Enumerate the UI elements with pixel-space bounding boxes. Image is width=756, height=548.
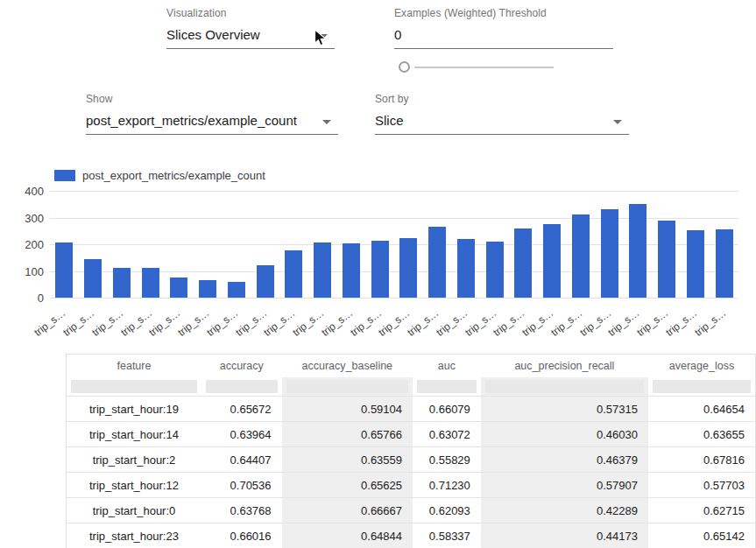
metric-cell: 0.63655 bbox=[648, 422, 756, 447]
bar[interactable] bbox=[55, 242, 73, 298]
bar[interactable] bbox=[84, 259, 102, 298]
y-axis: 0100200300400 bbox=[7, 191, 44, 298]
y-axis-tick-label: 100 bbox=[25, 264, 44, 278]
bar[interactable] bbox=[601, 209, 618, 298]
metric-cell: 0.62715 bbox=[648, 498, 756, 523]
metric-cell: 0.66016 bbox=[201, 523, 282, 548]
bar[interactable] bbox=[257, 265, 274, 298]
bar[interactable] bbox=[113, 268, 131, 298]
filter-input-auc[interactable] bbox=[417, 380, 477, 393]
bar[interactable] bbox=[399, 238, 417, 298]
bar[interactable] bbox=[629, 204, 646, 298]
metric-cell: 0.66079 bbox=[413, 397, 481, 422]
metric-cell: 0.65672 bbox=[201, 397, 282, 422]
table-row[interactable]: trip_start_hour:190.656720.591040.660790… bbox=[67, 397, 756, 422]
metric-cell: 0.64654 bbox=[648, 397, 756, 422]
filter-input-accuracy[interactable] bbox=[206, 380, 278, 393]
table-row[interactable]: trip_start_hour:230.660160.648440.583370… bbox=[67, 523, 756, 548]
bar[interactable] bbox=[457, 239, 475, 298]
bar[interactable] bbox=[514, 228, 532, 298]
y-axis-tick-label: 200 bbox=[25, 238, 44, 251]
slider-track[interactable] bbox=[414, 67, 554, 68]
feature-cell: trip_start_hour:14 bbox=[67, 422, 201, 447]
column-header-accuracy[interactable]: accuracy bbox=[201, 355, 282, 377]
table-row[interactable]: trip_start_hour:120.705360.656250.712300… bbox=[67, 473, 756, 498]
chart-legend: post_export_metrics/example_count bbox=[54, 169, 265, 182]
bar[interactable] bbox=[170, 278, 187, 298]
metric-cell: 0.63768 bbox=[201, 498, 282, 523]
metric-cell: 0.64844 bbox=[282, 523, 413, 548]
bar[interactable] bbox=[687, 230, 704, 298]
gridline bbox=[50, 298, 738, 299]
bar[interactable] bbox=[343, 243, 360, 298]
column-header-auc_precision_recall[interactable]: auc_precision_recall bbox=[481, 355, 648, 377]
threshold-slider[interactable] bbox=[399, 60, 555, 74]
bar[interactable] bbox=[572, 214, 590, 298]
filter-input-auc_precision_recall[interactable] bbox=[485, 380, 644, 393]
filter-input-accuracy_baseline[interactable] bbox=[286, 380, 408, 393]
table-row[interactable]: trip_start_hour:140.639640.657660.630720… bbox=[67, 422, 756, 447]
filter-cell bbox=[201, 377, 282, 397]
filter-cell bbox=[481, 377, 648, 397]
chevron-down-icon[interactable] bbox=[319, 34, 328, 39]
visualization-control: Visualization Slices Overview bbox=[166, 7, 335, 49]
visualization-label: Visualization bbox=[166, 7, 335, 19]
legend-label: post_export_metrics/example_count bbox=[82, 169, 265, 182]
example-count-bar-chart: 0100200300400 trip_s…trip_s…trip_s…trip_… bbox=[0, 184, 756, 354]
metrics-table: featureaccuracyaccuracy_baselineaucauc_p… bbox=[66, 354, 756, 548]
threshold-control: Examples (Weighted) Threshold 0 bbox=[394, 7, 613, 49]
metric-cell: 0.66667 bbox=[282, 498, 413, 523]
y-axis-tick-label: 0 bbox=[38, 292, 44, 305]
metric-cell: 0.57315 bbox=[481, 397, 648, 422]
bar[interactable] bbox=[285, 250, 302, 298]
metric-cell: 0.65766 bbox=[282, 422, 413, 447]
show-dropdown[interactable]: post_export_metrics/example_count bbox=[86, 113, 338, 135]
sort-by-label: Sort by bbox=[375, 93, 629, 105]
bar[interactable] bbox=[314, 242, 331, 298]
y-axis-tick-label: 300 bbox=[25, 211, 44, 224]
feature-cell: trip_start_hour:2 bbox=[67, 447, 201, 473]
bar[interactable] bbox=[543, 224, 561, 298]
table-filter-row bbox=[67, 377, 756, 397]
bar[interactable] bbox=[658, 221, 675, 298]
column-header-auc[interactable]: auc bbox=[413, 355, 481, 377]
bar[interactable] bbox=[142, 268, 159, 298]
feature-cell: trip_start_hour:0 bbox=[67, 498, 201, 523]
bar[interactable] bbox=[371, 241, 389, 298]
filter-input-feature[interactable] bbox=[71, 380, 197, 393]
bar[interactable] bbox=[428, 227, 446, 298]
bar[interactable] bbox=[486, 242, 504, 298]
metric-cell: 0.44173 bbox=[481, 523, 648, 548]
filter-cell bbox=[67, 377, 201, 397]
table-row[interactable]: trip_start_hour:20.644070.635590.558290.… bbox=[67, 447, 756, 473]
column-header-feature[interactable]: feature bbox=[67, 355, 201, 377]
metric-cell: 0.57703 bbox=[648, 473, 756, 498]
threshold-input[interactable]: 0 bbox=[394, 27, 613, 49]
filter-cell bbox=[282, 377, 413, 397]
bar[interactable] bbox=[199, 280, 216, 298]
metric-cell: 0.46030 bbox=[481, 422, 648, 447]
slicing-metrics-browser: Visualization Slices Overview Examples (… bbox=[0, 0, 756, 548]
show-value: post_export_metrics/example_count bbox=[86, 113, 297, 128]
metric-cell: 0.63072 bbox=[413, 422, 481, 447]
table-row[interactable]: trip_start_hour:00.637680.666670.620930.… bbox=[67, 498, 756, 523]
bar[interactable] bbox=[228, 282, 245, 298]
filter-input-average_loss[interactable] bbox=[653, 380, 751, 393]
metric-cell: 0.65625 bbox=[282, 473, 413, 498]
threshold-label: Examples (Weighted) Threshold bbox=[394, 7, 613, 19]
metric-cell: 0.63559 bbox=[282, 447, 413, 473]
chart-plot-area bbox=[50, 191, 738, 298]
show-label: Show bbox=[86, 93, 338, 105]
gridline bbox=[50, 191, 738, 192]
column-header-average_loss[interactable]: average_loss bbox=[648, 355, 756, 377]
chevron-down-icon[interactable] bbox=[322, 120, 331, 124]
metric-cell: 0.62093 bbox=[413, 498, 481, 523]
bar[interactable] bbox=[716, 229, 733, 298]
chevron-down-icon[interactable] bbox=[613, 120, 622, 124]
slider-knob[interactable] bbox=[399, 61, 410, 73]
metric-cell: 0.67816 bbox=[648, 447, 756, 473]
visualization-value: Slices Overview bbox=[166, 27, 260, 42]
visualization-dropdown[interactable]: Slices Overview bbox=[166, 27, 335, 49]
sort-by-dropdown[interactable]: Slice bbox=[375, 113, 629, 135]
column-header-accuracy_baseline[interactable]: accuracy_baseline bbox=[282, 355, 413, 377]
